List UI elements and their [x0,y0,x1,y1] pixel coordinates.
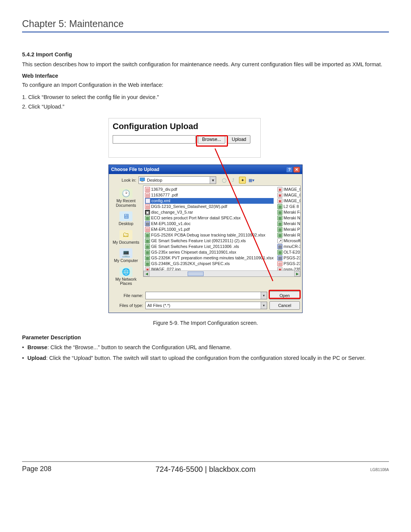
open-button[interactable]: Open [269,291,300,300]
file-item-label: DGS-1210_Series_Datasheet_02(W).pdf [151,204,227,209]
file-item-label: 11636777 .pdf [151,192,178,198]
file-item[interactable]: ▦Meraki Fan issue t [277,209,301,215]
sidebar-recent-documents[interactable]: 🕑 My Recent Documents [110,187,142,209]
xls-icon: ▦ [145,216,150,220]
file-item-label: FGS-2528X PCBA Debug issue tracking tabl… [151,232,265,238]
file-chooser-dialog: Choose File to Upload ? ✕ Look in: Deskt… [108,165,303,313]
lnk-icon: ↗ [277,238,282,243]
figure-caption: Figure 5-9. The Import Configuration scr… [22,320,389,326]
file-item-label: mnuCR-3816(2008 [284,244,301,249]
xls-icon: ▦ [277,250,282,255]
file-type-label: Files of type: [109,303,143,308]
file-item[interactable]: ▤DGS-1210_Series_Datasheet_02(W).pdf [145,204,274,209]
xls-icon: ▦ [145,250,150,255]
file-item[interactable]: ▣disc_change_V3_5.rar [145,209,274,215]
file-item-label: Meraki NAND flash [284,215,301,221]
file-item[interactable]: ▤PSGS-2310G_HW I [277,261,301,267]
desktop-icon: 🖥 [119,211,132,221]
file-item[interactable]: ▦GE Smart Switches Feature List (0921201… [145,238,274,244]
lookin-dropdown[interactable]: Desktop ▾ [139,176,216,184]
rar-icon: ▣ [145,210,150,215]
file-item[interactable]: ▦Meraki Project MP [277,227,301,232]
xls-icon: ▦ [145,244,150,249]
nav-back-icon[interactable]: ◯ [221,177,228,184]
xls-icon: ▦ [145,238,150,243]
file-item[interactable]: ▣IMAGE_041.jpg [277,198,301,204]
recent-documents-icon: 🕑 [119,189,132,198]
close-icon[interactable]: ✕ [293,167,300,173]
file-item[interactable]: ▦ECO series product Port Mirror datail S… [145,215,274,221]
config-file-input[interactable] [113,135,196,144]
xls-icon: ▦ [277,216,282,220]
sidebar-label: My Documents [110,240,142,245]
file-item-label: 13679_div.pdf [151,187,177,192]
help-icon[interactable]: ? [286,167,293,173]
file-item[interactable]: ▦OLT-E201 DVT Rev [277,249,301,255]
sidebar-label: My Network Places [110,277,142,286]
folder-icon: 🗂 [119,230,132,240]
file-name-input[interactable]: ▾ [145,292,267,299]
file-item[interactable]: ▦FGS-2528X PCBA Debug issue tracking tab… [145,232,274,238]
file-item[interactable]: ⟨⟩config.xml [145,198,274,204]
file-item-label: GE Smart Switches Feature List_20111006 … [151,244,239,249]
file-item-label: disc_change_V3_5.rar [151,209,193,215]
cancel-button[interactable]: Cancel [269,301,300,310]
sidebar-my-documents[interactable]: 🗂 My Documents [110,228,142,246]
sidebar-desktop[interactable]: 🖥 Desktop [110,210,142,228]
pdf-icon: ▤ [145,187,150,192]
views-icon[interactable]: ▦▾ [248,177,255,184]
file-item[interactable]: ▦Meraki NAND flash [277,215,301,221]
scroll-thumb[interactable] [188,272,204,276]
new-folder-icon[interactable]: ✦ [239,177,246,184]
param-upload: Upload: Click the “Upload” button. The s… [22,354,389,363]
file-item[interactable]: ▣IMAGE_040.jpg [277,192,301,198]
file-item[interactable]: ▤PSGS-2310G_HW I [277,255,301,261]
svg-rect-2 [141,181,143,182]
file-item[interactable]: ▤mnuCR-3816(2008 [277,244,301,249]
footer-center-text: 724-746-5500 | blackbox.com [0,465,411,474]
sidebar-my-computer[interactable]: 💻 My Computer [110,247,142,265]
pdf-icon: ▤ [145,204,150,209]
file-item[interactable]: ▤EM-EPL1000_v1.doc [145,221,274,227]
file-item-label: EM-EPL1000_v1.doc [151,221,191,227]
config-upload-title: Configuration Upload [113,121,256,131]
file-item[interactable]: ▤11636777 .pdf [145,192,274,198]
jpg-icon: ▣ [277,187,282,192]
scroll-left-icon[interactable]: ◀ [143,271,150,276]
desktop-icon [140,177,146,183]
file-item[interactable]: ▦GS-235x series Chipeset data_20110901.x… [145,249,274,255]
file-item[interactable]: ▦Meraki NAND flash [277,221,301,227]
file-item[interactable]: ▦GS-2326K PVT preparation meeting minute… [145,255,274,261]
file-item[interactable]: ▤EM-EPL1000_v1.pdf [145,227,274,232]
file-item[interactable]: ▦Meraki Review Me [277,232,301,238]
page-number: Page 208 [22,465,51,473]
jpg-icon: ▣ [277,198,282,203]
file-item-label: Meraki NAND flash [284,221,301,227]
scroll-right-icon[interactable]: ▶ [294,271,300,276]
horizontal-scrollbar[interactable]: ◀ ▶ [143,270,300,276]
chevron-down-icon[interactable]: ▾ [261,302,267,309]
file-item[interactable]: ↗Microsoft Outlook [277,238,301,244]
nav-up-icon[interactable]: ⤴ [230,177,237,184]
file-item[interactable]: ▦L2 GE 8 Ports PoE [277,204,301,209]
file-item-label: GS-2326K PVT preparation meeting minutes… [151,255,274,261]
file-item-label: IMAGE_028.jpg [284,187,301,192]
param-browse: Browse: Click the “Browse...” button to … [22,343,389,352]
upload-button[interactable]: Upload [228,135,250,144]
sidebar-label: My Recent Documents [110,199,142,208]
xls-icon: ▦ [277,233,282,238]
chapter-title: Chapter 5: Maintenance [22,18,389,32]
sidebar-my-network[interactable]: 🌐 My Network Places [110,265,142,288]
file-item-label: EM-EPL1000_v1.pdf [151,227,190,232]
file-item[interactable]: ▣IMAGE_028.jpg [277,187,301,192]
browse-button[interactable]: Browse... [198,135,225,144]
chevron-down-icon[interactable]: ▾ [261,292,267,299]
file-item[interactable]: ▦GE Smart Switches Feature List_20111006… [145,244,274,249]
file-item-label: IMAGE_040.jpg [284,192,301,198]
file-item[interactable]: ▤13679_div.pdf [145,187,274,192]
jpg-icon: ▣ [277,193,282,198]
file-item[interactable]: ▦GS-2348K_GS-2352KX_chipset SPEC.xls [145,261,274,267]
file-item-label: L2 GE 8 Ports PoE [284,204,301,209]
file-type-dropdown[interactable]: All Files (*.*) ▾ [145,302,267,309]
web-interface-intro: To configure an Import Configuration in … [22,81,389,89]
